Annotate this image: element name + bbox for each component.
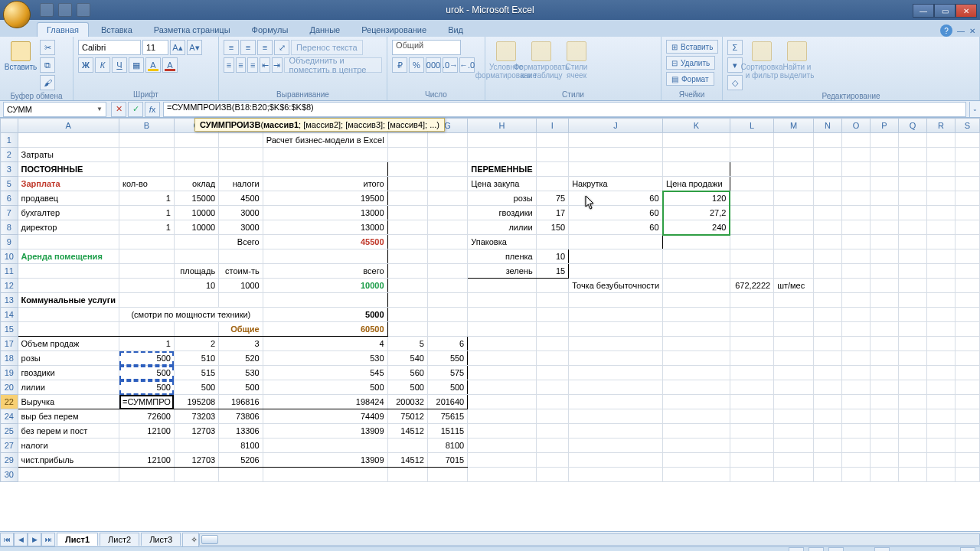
cell[interactable]: 2 [174,337,218,351]
cell[interactable] [871,395,899,409]
cell[interactable] [569,293,663,308]
cell[interactable] [898,162,926,177]
cells-format-button[interactable]: ▤ Формат [666,72,714,86]
cell[interactable] [174,235,218,249]
cell[interactable]: 575 [427,366,467,380]
cell[interactable]: стоим-ть [219,264,263,279]
cell[interactable] [387,177,427,191]
cell[interactable]: Объем продаж [18,337,119,351]
cell[interactable] [663,264,730,279]
cell[interactable] [387,439,427,453]
cell[interactable]: 15115 [427,424,467,439]
cell[interactable] [663,351,730,366]
cell[interactable] [774,133,814,148]
cell[interactable] [219,249,263,264]
cell[interactable]: директор [18,220,119,235]
cell[interactable]: 14512 [387,453,427,468]
cell[interactable] [119,162,175,177]
cell[interactable]: 515 [174,366,218,380]
cell[interactable] [955,439,979,453]
cell[interactable] [898,191,926,206]
cell[interactable] [955,322,979,337]
cell[interactable] [842,293,871,308]
cell[interactable] [871,439,899,453]
cell[interactable] [871,133,899,148]
row-header[interactable]: 30 [1,468,18,482]
cell[interactable] [774,235,814,249]
dec-decimal-icon[interactable]: ←.0 [459,57,475,73]
tab-insert[interactable]: Вставка [92,23,142,37]
align-middle-icon[interactable]: ≡ [240,40,256,55]
cell[interactable] [871,220,899,235]
cell[interactable]: 3 [219,337,263,351]
row-header[interactable]: 11 [1,264,18,279]
cell[interactable]: 500 [387,380,427,395]
cell[interactable]: 7015 [427,453,467,468]
merge-center-button[interactable]: Объединить и поместить в центре [284,57,382,73]
cell[interactable]: лилии [468,220,536,235]
cell[interactable] [955,206,979,220]
cell[interactable]: 12100 [119,453,175,468]
minimize-button[interactable]: — [913,4,934,18]
row-header[interactable]: 18 [1,351,18,366]
cell[interactable] [536,380,568,395]
cell[interactable] [842,380,871,395]
cell[interactable] [119,235,175,249]
cell[interactable]: 1 [119,337,175,351]
font-name-combo[interactable]: Calibri [78,40,141,55]
worksheet[interactable]: СУММПРОИЗВ(массив1; [массив2]; [массив3]… [0,118,980,531]
cell[interactable] [927,206,956,220]
cell[interactable] [468,453,536,468]
row-header[interactable]: 20 [1,380,18,395]
cell[interactable] [730,148,773,162]
cell[interactable] [898,453,926,468]
sheet-tab-1[interactable]: Лист1 [57,533,98,546]
cell[interactable] [663,148,730,162]
borders-icon[interactable]: ▦ [129,57,144,73]
inc-decimal-icon[interactable]: .0→ [443,57,458,73]
cell[interactable] [536,293,568,308]
cell[interactable] [18,322,119,337]
cell[interactable]: розы [468,191,536,206]
cell[interactable]: 550 [427,351,467,366]
cell[interactable]: 5 [387,337,427,351]
cell[interactable]: 60 [569,220,663,235]
cell[interactable]: 13909 [263,424,387,439]
cell[interactable] [263,468,387,482]
cell[interactable] [427,235,467,249]
cell[interactable] [536,453,568,468]
format-as-table-button[interactable]: Форматировать как таблицу [525,40,557,80]
cell[interactable] [663,133,730,148]
cell[interactable] [663,322,730,337]
cell[interactable] [927,220,956,235]
cell[interactable] [842,395,871,409]
cell[interactable]: 45500 [263,235,387,249]
cell[interactable] [569,322,663,337]
cell[interactable] [842,264,871,279]
cell[interactable]: 10000 [174,220,218,235]
cell[interactable] [842,439,871,453]
cell[interactable]: 500 [263,380,387,395]
cell[interactable]: 12703 [174,453,218,468]
cell[interactable] [730,249,773,264]
view-layout-icon[interactable]: ▤ [808,547,824,552]
cell[interactable] [427,249,467,264]
cell[interactable] [927,424,956,439]
fill-color-icon[interactable]: A [145,57,161,73]
cell[interactable] [18,468,119,482]
cell[interactable]: 500 [427,380,467,395]
cell[interactable] [871,322,899,337]
cell[interactable]: 10 [174,279,218,293]
cell[interactable] [955,177,979,191]
cell[interactable] [774,308,814,322]
cell[interactable] [263,293,387,308]
qat-redo-icon[interactable] [77,3,90,17]
cells-insert-button[interactable]: ⊞ Вставить [666,40,718,54]
cell[interactable] [955,235,979,249]
cell[interactable] [814,279,842,293]
row-header[interactable]: 13 [1,293,18,308]
fx-icon[interactable]: fx [145,102,160,117]
help-icon[interactable]: ? [940,24,952,37]
cell[interactable]: 8100 [219,439,263,453]
tab-layout[interactable]: Разметка страницы [145,23,240,37]
